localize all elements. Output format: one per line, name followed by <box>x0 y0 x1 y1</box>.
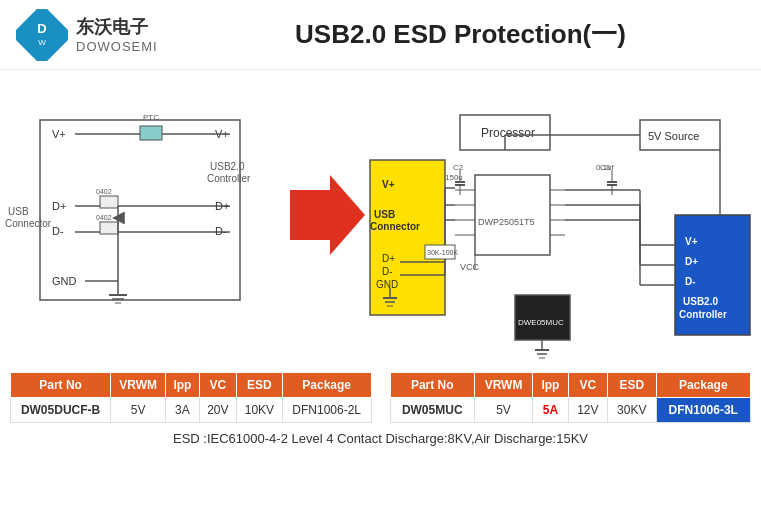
svg-rect-14 <box>100 196 118 208</box>
logo-area: D W 东沃电子 DOWOSEMI <box>16 9 216 61</box>
right-row-esd: 30KV <box>608 398 657 423</box>
svg-text:GND: GND <box>376 279 398 290</box>
svg-text:5V Source: 5V Source <box>648 130 699 142</box>
right-header-vc: VC <box>568 373 607 398</box>
svg-text:USB: USB <box>8 206 29 217</box>
left-row-partno: DW05DUCF-B <box>11 398 111 423</box>
right-header-ipp: Ipp <box>533 373 569 398</box>
svg-text:D-: D- <box>215 225 227 237</box>
table-row: DW05DUCF-B 5V 3A 20V 10KV DFN1006-2L <box>11 398 372 423</box>
right-header-vrwm: VRWM <box>474 373 532 398</box>
svg-text:D+: D+ <box>382 253 395 264</box>
circuit-diagram: V+ PTC V+ USB Connector D+ 0402 D- 0402 … <box>0 70 761 370</box>
svg-text:W: W <box>38 38 46 47</box>
svg-text:GND: GND <box>52 275 77 287</box>
left-row-vrwm: 5V <box>111 398 166 423</box>
svg-text:D-: D- <box>52 225 64 237</box>
svg-text:Processor: Processor <box>481 126 535 140</box>
left-header-vrwm: VRWM <box>111 373 166 398</box>
svg-text:D+: D+ <box>215 200 229 212</box>
svg-text:USB: USB <box>374 209 395 220</box>
table-row: DW05MUC 5V 5A 12V 30KV DFN1006-3L <box>390 398 751 423</box>
logo-icon: D W <box>16 9 68 61</box>
table-gap <box>372 372 390 423</box>
svg-rect-3 <box>40 120 240 300</box>
svg-text:Connector: Connector <box>5 218 52 229</box>
logo-english: DOWOSEMI <box>76 39 158 54</box>
left-row-package: DFN1006-2L <box>282 398 371 423</box>
svg-text:0.1uf: 0.1uf <box>596 163 615 172</box>
svg-text:30K-100K: 30K-100K <box>427 249 458 256</box>
right-row-partno: DW05MUC <box>390 398 474 423</box>
svg-text:VCC: VCC <box>460 262 480 272</box>
header: D W 东沃电子 DOWOSEMI USB2.0 ESD Protection(… <box>0 0 761 70</box>
svg-rect-18 <box>100 222 118 234</box>
svg-text:D-: D- <box>685 276 696 287</box>
parts-table-section: Part No VRWM Ipp VC ESD Package DW05DUCF… <box>0 372 761 423</box>
left-header-vc: VC <box>199 373 236 398</box>
svg-text:C2: C2 <box>453 163 464 172</box>
svg-text:PTC: PTC <box>143 113 159 122</box>
left-row-esd: 10KV <box>236 398 282 423</box>
right-header-package: Package <box>656 373 750 398</box>
footer: ESD :IEC61000-4-2 Level 4 Contact Discha… <box>0 423 761 450</box>
svg-marker-34 <box>290 175 365 255</box>
left-row-ipp: 3A <box>166 398 200 423</box>
left-header-partno: Part No <box>11 373 111 398</box>
svg-text:DWE05MUC: DWE05MUC <box>518 318 564 327</box>
svg-text:D+: D+ <box>52 200 66 212</box>
svg-text:Controller: Controller <box>207 173 251 184</box>
left-parts-table: Part No VRWM Ipp VC ESD Package DW05DUCF… <box>10 372 372 423</box>
right-row-ipp: 5A <box>533 398 569 423</box>
svg-text:D+: D+ <box>685 256 698 267</box>
page-title: USB2.0 ESD Protection(一) <box>216 17 745 52</box>
svg-text:DWP25051T5: DWP25051T5 <box>478 217 535 227</box>
diagram-svg: V+ PTC V+ USB Connector D+ 0402 D- 0402 … <box>0 70 761 370</box>
svg-text:V+: V+ <box>382 179 395 190</box>
right-header-esd: ESD <box>608 373 657 398</box>
svg-text:V+: V+ <box>685 236 698 247</box>
svg-rect-48 <box>475 175 550 255</box>
left-header-ipp: Ipp <box>166 373 200 398</box>
right-row-vc: 12V <box>568 398 607 423</box>
right-row-vrwm: 5V <box>474 398 532 423</box>
right-row-package: DFN1006-3L <box>656 398 750 423</box>
svg-text:0402: 0402 <box>96 214 112 221</box>
left-row-vc: 20V <box>199 398 236 423</box>
svg-text:0402: 0402 <box>96 188 112 195</box>
left-header-package: Package <box>282 373 371 398</box>
svg-text:Connector: Connector <box>370 221 420 232</box>
svg-text:USB2.0: USB2.0 <box>683 296 718 307</box>
logo-text: 东沃电子 DOWOSEMI <box>76 15 158 54</box>
svg-text:D: D <box>37 21 46 36</box>
svg-text:USB2.0: USB2.0 <box>210 161 245 172</box>
right-header-partno: Part No <box>390 373 474 398</box>
svg-text:Controller: Controller <box>679 309 727 320</box>
footer-text: ESD :IEC61000-4-2 Level 4 Contact Discha… <box>173 431 588 446</box>
svg-text:V+: V+ <box>52 128 66 140</box>
logo-chinese: 东沃电子 <box>76 15 158 39</box>
svg-rect-6 <box>140 126 162 140</box>
left-header-esd: ESD <box>236 373 282 398</box>
right-parts-table: Part No VRWM Ipp VC ESD Package DW05MUC … <box>390 372 752 423</box>
svg-text:D-: D- <box>382 266 393 277</box>
